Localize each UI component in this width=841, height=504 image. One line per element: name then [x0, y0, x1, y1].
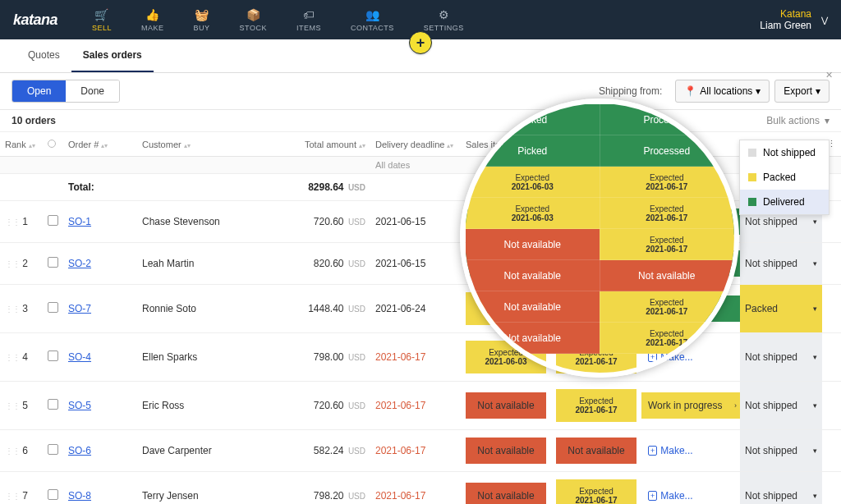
- nav-sell[interactable]: 🛒SELL: [77, 8, 126, 32]
- user-block[interactable]: Katana Liam Green: [760, 8, 811, 32]
- deadline-cell: 2021-06-17: [370, 333, 461, 382]
- col-deadline[interactable]: Delivery deadline: [370, 132, 461, 157]
- sales-status: Expected2021-06-03: [461, 333, 551, 382]
- row-checkbox[interactable]: [48, 215, 58, 226]
- chevron-down-icon[interactable]: ⋁: [821, 16, 828, 25]
- production-cell[interactable]: Done›: [641, 285, 740, 333]
- order-link[interactable]: SO-6: [68, 445, 91, 456]
- chevron-down-icon: ▾: [813, 492, 817, 500]
- chevron-down-icon: ▾: [813, 353, 817, 361]
- amount-cell: 820.60 USD: [280, 243, 370, 285]
- drag-handle-icon[interactable]: ⋮⋮: [5, 305, 20, 314]
- production-cell[interactable]: Done›: [641, 201, 740, 243]
- bulk-actions[interactable]: Bulk actions▾: [766, 115, 830, 126]
- nav-settings[interactable]: ⚙SETTINGS: [409, 8, 479, 32]
- deadline-cell: 2021-06-17: [370, 382, 461, 430]
- col-select[interactable]: [43, 132, 63, 157]
- delivery-cell[interactable]: Not shipped▾: [740, 243, 822, 285]
- shipping-location-dropdown[interactable]: 📍 All locations ▾: [675, 80, 770, 103]
- delivery-opt-notshipped[interactable]: Not shipped: [740, 140, 829, 165]
- order-link[interactable]: SO-5: [68, 400, 91, 411]
- production-cell[interactable]: +Make...: [641, 333, 740, 382]
- nav-buy[interactable]: 🧺BUY: [179, 8, 225, 32]
- ingredients-status: Not available: [551, 430, 641, 472]
- pill-open[interactable]: Open: [12, 80, 66, 102]
- row-checkbox[interactable]: [48, 257, 58, 268]
- nav-icon: 🛒: [94, 8, 109, 21]
- order-link[interactable]: SO-4: [68, 351, 91, 363]
- chevron-down-icon: ▾: [813, 401, 817, 410]
- amount-cell: 1448.40 USD: [280, 285, 370, 333]
- delivery-cell[interactable]: Not shipped▾: [740, 333, 822, 382]
- chevron-down-icon: ▾: [756, 85, 761, 97]
- delivery-opt-packed[interactable]: Packed: [740, 165, 829, 190]
- customer-cell: Ronnie Soto: [137, 285, 280, 333]
- nav-icon: 👥: [365, 8, 380, 21]
- customer-cell: Dave Carpenter: [137, 430, 280, 472]
- row-checkbox[interactable]: [48, 302, 58, 313]
- delivery-cell[interactable]: Not shipped▾: [740, 472, 822, 505]
- tab-quotes[interactable]: Quotes: [16, 39, 71, 72]
- order-link[interactable]: SO-1: [68, 216, 91, 227]
- amount-cell: 798.20 USD: [280, 472, 370, 505]
- production-cell[interactable]: Work in progress›: [641, 382, 740, 430]
- order-link[interactable]: SO-8: [68, 490, 91, 502]
- chevron-down-icon: ▾: [813, 305, 817, 313]
- row-checkbox[interactable]: [48, 444, 58, 455]
- nav-make[interactable]: 👍MAKE: [126, 8, 179, 32]
- sales-status: Expected2021-06-03: [461, 285, 551, 333]
- table-row: ⋮⋮ 6 SO-6 Dave Carpenter 582.24 USD 2021…: [0, 430, 841, 472]
- drag-handle-icon[interactable]: ⋮⋮: [5, 218, 20, 227]
- col-sales[interactable]: Sales items: [461, 132, 551, 157]
- deadline-cell: 2021-06-15: [370, 201, 461, 243]
- nav-stock[interactable]: 📦STOCK: [225, 8, 282, 32]
- col-ingredients[interactable]: Ingredients: [551, 132, 641, 157]
- drag-handle-icon[interactable]: ⋮⋮: [5, 259, 20, 268]
- delivery-cell[interactable]: Packed▾: [740, 285, 822, 333]
- pill-done[interactable]: Done: [66, 80, 119, 102]
- row-checkbox[interactable]: [48, 399, 58, 410]
- production-cell[interactable]: +Make...: [641, 472, 740, 505]
- table-row: ⋮⋮ 2 SO-2 Leah Martin 820.60 USD 2021-06…: [0, 243, 841, 285]
- tab-sales-orders[interactable]: Sales orders: [71, 39, 154, 72]
- order-link[interactable]: SO-7: [68, 303, 91, 314]
- pill-group: Open Done: [11, 80, 120, 103]
- row-checkbox[interactable]: [48, 351, 58, 361]
- col-rank[interactable]: Rank: [0, 132, 43, 157]
- delivery-opt-delivered[interactable]: Delivered: [740, 190, 829, 214]
- ingredients-status: Expected2021-06-17: [551, 472, 641, 505]
- row-checkbox[interactable]: [48, 489, 58, 500]
- col-production[interactable]: Production: [641, 132, 740, 157]
- customer-cell: Terry Jensen: [137, 472, 280, 505]
- nav-contacts[interactable]: 👥CONTACTS: [336, 8, 409, 32]
- amount-cell: 798.00 USD: [280, 333, 370, 382]
- delivery-cell[interactable]: Not shipped▾: [740, 430, 822, 472]
- customer-cell: Chase Stevenson: [137, 201, 280, 243]
- col-customer[interactable]: Customer: [137, 132, 280, 157]
- orders-count: 10 orders: [11, 115, 56, 126]
- order-link[interactable]: SO-2: [68, 258, 91, 269]
- sales-status: Not available: [461, 382, 551, 430]
- drag-handle-icon[interactable]: ⋮⋮: [5, 492, 20, 501]
- nav-icon: 🧺: [195, 8, 209, 21]
- export-dropdown[interactable]: Export ▾: [774, 80, 830, 103]
- production-cell[interactable]: +Make...: [641, 430, 740, 472]
- add-button[interactable]: +: [409, 31, 432, 54]
- drag-handle-icon[interactable]: ⋮⋮: [5, 447, 20, 456]
- nav-items[interactable]: 🏷ITEMS: [282, 8, 336, 32]
- production-cell[interactable]: Done›: [641, 243, 740, 285]
- table-row: ⋮⋮ 7 SO-8 Terry Jensen 798.20 USD 2021-0…: [0, 472, 841, 505]
- drag-handle-icon[interactable]: ⋮⋮: [5, 401, 20, 410]
- drag-handle-icon[interactable]: ⋮⋮: [5, 353, 20, 362]
- sub-bar: ✕ Open Done Shipping from: 📍 All locatio…: [0, 73, 841, 110]
- col-order[interactable]: Order #: [63, 132, 137, 157]
- col-total[interactable]: Total amount: [280, 132, 370, 157]
- close-icon[interactable]: ✕: [825, 70, 833, 80]
- orders-count-row: 10 orders Bulk actions▾: [0, 110, 841, 132]
- table-row: ⋮⋮ 4 SO-4 Ellen Sparks 798.00 USD 2021-0…: [0, 333, 841, 382]
- filter-dates[interactable]: All dates: [370, 157, 461, 174]
- logo[interactable]: katana: [13, 11, 57, 29]
- delivery-cell[interactable]: Not shipped▾: [740, 382, 822, 430]
- amount-cell: 582.24 USD: [280, 430, 370, 472]
- table-row: ⋮⋮ 1 SO-1 Chase Stevenson 720.60 USD 202…: [0, 201, 841, 243]
